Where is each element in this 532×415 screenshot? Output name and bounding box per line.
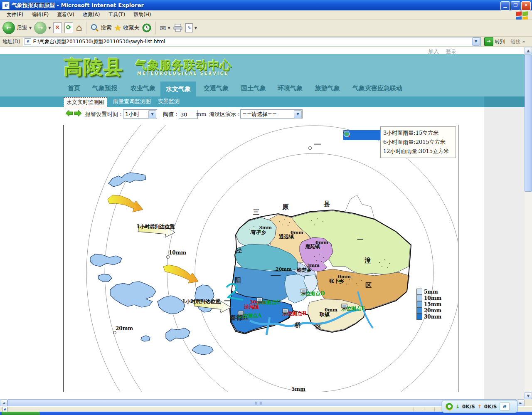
threshold-label: 阀值： — [163, 111, 179, 118]
menu-view[interactable]: 查看(V) — [54, 10, 78, 19]
ring-tick-circle — [309, 147, 312, 150]
address-dropdown-icon[interactable]: ▼ — [472, 37, 480, 46]
stop-button[interactable]: ✕ — [53, 22, 62, 33]
flood-demo-label: 淹没区演示： — [209, 111, 241, 118]
tab-land[interactable]: 国土气象 — [241, 84, 266, 92]
back-button[interactable]: ← 后退 ▼ — [2, 22, 32, 34]
geo-label: 阳 — [235, 277, 241, 284]
geo-label: 桥 — [295, 321, 301, 329]
subtab-realtime-monitor[interactable]: 水文实时监测图 — [64, 97, 107, 107]
edit-dropdown-icon[interactable]: ▼ — [195, 26, 197, 30]
ring-label-5mm: 5mm — [291, 386, 305, 392]
edit-icon: ✎ — [185, 23, 193, 32]
region-name: 耿镇 — [320, 311, 330, 318]
tab-environment[interactable]: 环境气象 — [278, 84, 303, 92]
station-marker-E[interactable]: 水位测点E — [341, 304, 365, 312]
time-select[interactable]: 1小时 ▼ — [123, 109, 157, 119]
start-button-stub[interactable] — [2, 412, 40, 415]
ring-label-20mm: 20mm — [116, 326, 133, 331]
horizontal-scroll-thumb[interactable] — [7, 399, 517, 406]
mail-dropdown-icon[interactable]: ▼ — [168, 26, 170, 30]
menu-edit[interactable]: 编辑(E) — [28, 10, 52, 19]
links-chevron-icon: » — [522, 39, 525, 44]
menu-tools[interactable]: 工具(T) — [105, 10, 128, 19]
subtab-rain-query[interactable]: 雨量查询监测图 — [113, 98, 151, 105]
map-canvas[interactable]: 3小时面雨量:15立方米 6小时面雨量:2015立方米 12小时面雨量:3015… — [63, 125, 458, 392]
station-marker-A[interactable]: 水位测点A — [238, 311, 261, 319]
scroll-down-icon[interactable]: ▼ — [525, 392, 532, 399]
print-button[interactable] — [173, 23, 183, 32]
edit-button[interactable]: ✎ ▼ — [185, 23, 197, 32]
forward-button[interactable]: → ▼ — [34, 22, 51, 34]
time-select-arrow-icon[interactable]: ▼ — [148, 110, 156, 119]
menu-favorites[interactable]: 收藏(A) — [79, 10, 103, 19]
history-clock-icon — [142, 23, 152, 33]
right-rail — [484, 107, 525, 399]
status-separator — [434, 407, 435, 412]
address-bar: 地址(D) e ▼ → 转到 链接 » — [0, 37, 532, 47]
go-label: 转到 — [495, 38, 505, 45]
toolbar-separator — [155, 22, 156, 34]
legend-label: 5mm — [424, 289, 438, 295]
station-marker-B[interactable]: 水位测点B — [282, 309, 306, 317]
history-button[interactable] — [142, 23, 152, 33]
scroll-left-icon[interactable]: ◄ — [0, 399, 7, 406]
go-arrow-icon: → — [484, 37, 493, 46]
next-arrow-icon[interactable] — [74, 110, 81, 116]
flood-demo-value: ==请选择== — [242, 111, 277, 118]
scroll-up-icon[interactable]: ▲ — [525, 47, 532, 54]
go-button[interactable]: → 转到 — [484, 37, 505, 46]
window-title: 气象预报页面原型 - Microsoft Internet Explorer — [12, 2, 144, 9]
mail-button[interactable]: ✉ ▼ — [160, 24, 170, 32]
favorites-button[interactable]: ★ 收藏夹 — [114, 23, 140, 33]
maximize-button[interactable]: ❐ — [511, 1, 520, 10]
address-label: 地址(D) — [2, 38, 20, 45]
status-separator — [424, 407, 424, 412]
logo-subtitle: METEOROLOGICAL SERVICE — [137, 71, 229, 76]
geo-label: 秦都区 — [230, 315, 236, 321]
tab-home[interactable]: 首页 — [68, 84, 80, 92]
tab-weather-forecast[interactable]: 气象预报 — [92, 84, 117, 92]
forward-dropdown-icon[interactable]: ▼ — [48, 26, 51, 30]
legend-label: 20mm — [424, 308, 441, 314]
ie-shortcut-icon[interactable]: e — [500, 402, 510, 411]
station-marker-C[interactable]: 水位测点C — [256, 297, 281, 306]
geo-label: 县 — [324, 200, 330, 208]
subnav-strip-right — [484, 96, 525, 107]
stop-icon: ✕ — [53, 22, 62, 33]
menu-file[interactable]: 文件(F) — [3, 10, 27, 19]
browser-window: e 气象预报页面原型 - Microsoft Internet Explorer… — [0, 0, 532, 415]
threshold-input[interactable] — [179, 110, 198, 119]
flood-demo-arrow-icon[interactable]: ▼ — [294, 110, 302, 119]
traffic-monitor-widget[interactable]: ↓ 0K/S ↑ 0K/S e — [442, 400, 517, 413]
page-icon: e — [25, 38, 31, 45]
refresh-button[interactable]: ⟳ — [64, 22, 73, 33]
status-separator — [414, 407, 414, 412]
search-button[interactable]: 搜索 — [90, 23, 112, 32]
vertical-scroll-thumb[interactable] — [525, 54, 532, 192]
station-marker-D[interactable]: 水位测点D — [300, 289, 325, 297]
links-label: 链接 — [511, 38, 521, 45]
tab-disaster-emergency[interactable]: 气象灾害应急联动 — [352, 84, 402, 92]
toolbar-separator — [86, 22, 86, 34]
monitor-icon — [341, 304, 348, 310]
time-label: 时间： — [107, 111, 123, 118]
tab-hydrology[interactable]: 水文气象 — [160, 82, 196, 96]
tab-traffic[interactable]: 交通气象 — [204, 84, 229, 92]
thumb-grip — [255, 402, 262, 405]
globe-icon[interactable] — [343, 130, 350, 138]
back-dropdown-icon[interactable]: ▼ — [29, 26, 32, 30]
menu-help[interactable]: 帮助(H) — [130, 10, 154, 19]
scroll-right-icon[interactable]: ► — [517, 399, 525, 406]
subtab-live-view[interactable]: 实景监测 — [158, 98, 180, 105]
close-button[interactable]: ✕ — [521, 1, 531, 10]
tab-agriculture[interactable]: 农业气象 — [131, 84, 155, 92]
vertical-scrollbar[interactable]: ▲ ▼ — [525, 47, 532, 399]
flood-demo-select[interactable]: ==请选择== ▼ — [240, 109, 303, 119]
prev-arrow-icon[interactable] — [66, 110, 73, 116]
tab-tourism[interactable]: 旅游气象 — [315, 84, 340, 92]
links-button[interactable]: 链接 » — [511, 38, 525, 45]
address-input[interactable] — [32, 38, 472, 45]
minimize-button[interactable]: ▁ — [500, 1, 510, 10]
home-button[interactable]: ⌂ — [76, 23, 82, 33]
